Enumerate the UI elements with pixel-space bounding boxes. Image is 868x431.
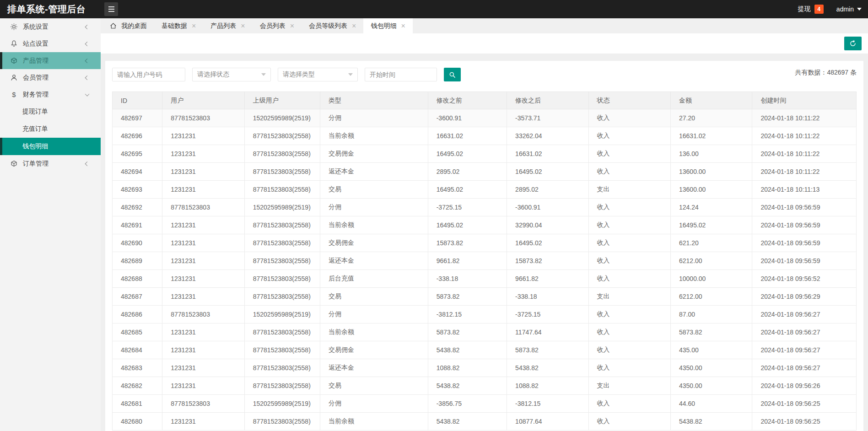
table-cell: 482688	[113, 270, 162, 288]
close-icon[interactable]: ×	[352, 22, 356, 30]
sidebar-item-0[interactable]: 系统设置	[0, 18, 101, 35]
app-title: 排单系统-管理后台	[0, 3, 86, 16]
table-cell: 1088.82	[507, 377, 588, 395]
column-header: ID	[113, 92, 162, 109]
tab-5[interactable]: 钱包明细×	[363, 18, 412, 33]
type-select[interactable]: 请选择类型	[278, 68, 358, 81]
table-cell: -3573.71	[507, 109, 588, 127]
withdraw-link[interactable]: 提现 4	[798, 5, 824, 14]
table-row: 482688123123187781523803(2558)后台充值-338.1…	[113, 270, 857, 288]
table-cell: 1231231	[162, 145, 244, 163]
sidebar-item-1[interactable]: 站点设置	[0, 35, 101, 52]
table-cell: 交易佣金	[320, 234, 428, 252]
tab-label: 基础数据	[162, 22, 187, 30]
close-icon[interactable]: ×	[241, 22, 245, 30]
table-cell: 1231231	[162, 341, 244, 359]
sidebar-item-4[interactable]: $财务管理	[0, 86, 101, 103]
column-header: 用户	[162, 92, 244, 109]
table-cell: 2024-01-18 09:56:59	[752, 199, 857, 216]
table-cell: 87781523803(2558)	[244, 252, 320, 270]
sidebar-item-5[interactable]: 订单管理	[0, 155, 101, 172]
table-cell: 10000.00	[670, 270, 752, 288]
type-select-placeholder: 请选择类型	[283, 70, 315, 79]
table-cell: 16495.02	[428, 216, 507, 234]
sidebar-subitem-4-1[interactable]: 充值订单	[0, 120, 101, 138]
caret-down-icon	[348, 73, 353, 76]
user-id-input[interactable]	[112, 68, 185, 81]
tab-1[interactable]: 基础数据×	[154, 18, 203, 33]
gear-icon	[10, 23, 18, 31]
table-cell: 87781523803(2558)	[244, 288, 320, 306]
tab-2[interactable]: 产品列表×	[203, 18, 252, 33]
refresh-icon	[849, 40, 857, 47]
table-cell: 2024-01-18 10:11:22	[752, 127, 857, 145]
table-cell: 1231231	[162, 413, 244, 431]
table-cell: 87781523803	[162, 395, 244, 413]
sidebar-subitem-4-2[interactable]: 钱包明细	[0, 138, 101, 155]
table-cell: 收入	[588, 109, 670, 127]
table-cell: 收入	[588, 270, 670, 288]
hamburger-icon	[108, 6, 114, 12]
table-cell: 1231231	[162, 234, 244, 252]
table-cell: 2024-01-18 10:11:13	[752, 181, 857, 199]
tab-0[interactable]: 我的桌面	[102, 18, 154, 33]
close-icon[interactable]: ×	[192, 22, 196, 30]
table-cell: 收入	[588, 145, 670, 163]
refresh-button[interactable]	[844, 37, 862, 50]
table-cell: 33262.04	[507, 127, 588, 145]
tab-label: 会员列表	[260, 22, 286, 30]
main-area: 我的桌面基础数据×产品列表×会员列表×会员等级列表×钱包明细× 请选择状态 请选…	[101, 0, 868, 431]
sidebar-item-label: 系统设置	[23, 23, 49, 31]
sidebar-item-label: 产品管理	[23, 57, 49, 65]
table-cell: 16495.02	[507, 234, 588, 252]
sidebar-item-label: 会员管理	[23, 74, 49, 82]
table-cell: 2895.02	[428, 163, 507, 181]
table-cell: 收入	[588, 306, 670, 323]
table-cell: 11747.64	[507, 323, 588, 341]
withdraw-label: 提现	[798, 5, 811, 13]
tab-3[interactable]: 会员列表×	[253, 18, 302, 33]
chevron-left-icon	[85, 59, 90, 63]
table-cell: 44.60	[670, 395, 752, 413]
table-cell: 当前余额	[320, 216, 428, 234]
table-cell: 15202595989(2519)	[244, 395, 320, 413]
column-header: 类型	[320, 92, 428, 109]
menu-toggle-button[interactable]	[104, 2, 118, 16]
caret-down-icon	[857, 8, 862, 11]
table-cell: 交易佣金	[320, 341, 428, 359]
sidebar-item-3[interactable]: 会员管理	[0, 69, 101, 86]
table-cell: 482696	[113, 127, 162, 145]
table-cell: 482687	[113, 288, 162, 306]
sidebar-subitem-4-0[interactable]: 提现订单	[0, 103, 101, 120]
sidebar-item-2[interactable]: 产品管理	[0, 52, 101, 69]
table-cell: 5873.82	[428, 288, 507, 306]
table-cell: 支出	[588, 181, 670, 199]
user-menu[interactable]: admin	[836, 5, 862, 13]
table-cell: 收入	[588, 413, 670, 431]
tab-4[interactable]: 会员等级列表×	[302, 18, 363, 33]
sidebar-item-label: 订单管理	[23, 160, 49, 168]
status-select-placeholder: 请选择状态	[197, 70, 229, 79]
close-icon[interactable]: ×	[401, 22, 405, 30]
table-cell: 1231231	[162, 216, 244, 234]
column-header: 金额	[670, 92, 752, 109]
table-cell: 5873.82	[670, 323, 752, 341]
table-row: 482685123123187781523803(2558)当前余额5873.8…	[113, 323, 857, 341]
user-icon	[10, 74, 18, 81]
table-cell: 124.24	[670, 199, 752, 216]
table-row: 482683123123187781523803(2558)返还本金1088.8…	[113, 359, 857, 377]
caret-down-icon	[261, 73, 266, 76]
status-select[interactable]: 请选择状态	[192, 68, 271, 81]
table-cell: 16495.02	[507, 163, 588, 181]
close-icon[interactable]: ×	[290, 22, 294, 30]
table-row: 482691123123187781523803(2558)当前余额16495.…	[113, 216, 857, 234]
table-cell: 87781523803(2558)	[244, 270, 320, 288]
tab-label: 我的桌面	[121, 22, 147, 30]
table-cell: 482697	[113, 109, 162, 127]
chevron-down-icon	[85, 92, 90, 96]
start-time-input[interactable]	[365, 68, 437, 81]
table-cell: 482684	[113, 341, 162, 359]
table-cell: 2024-01-18 09:56:52	[752, 270, 857, 288]
table-row: 4826928778152380315202595989(2519)分佣-372…	[113, 199, 857, 216]
search-button[interactable]	[444, 68, 461, 81]
